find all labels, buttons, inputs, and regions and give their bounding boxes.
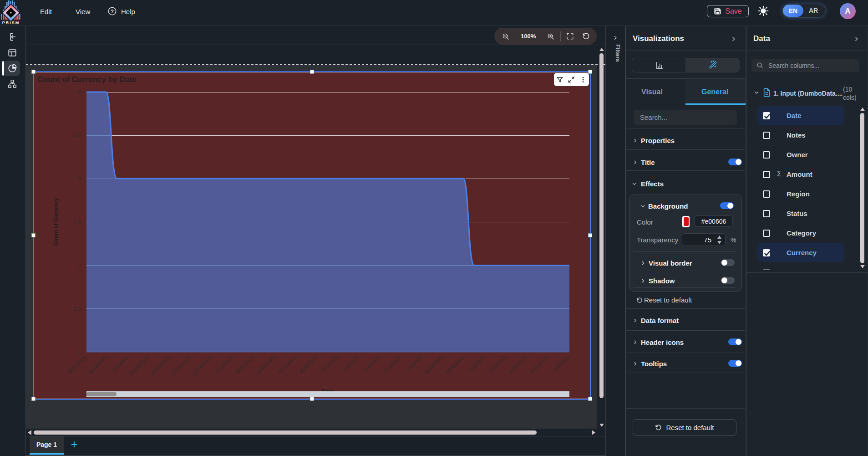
svg-text:1/6/2021: 1/6/2021 (552, 354, 570, 373)
svg-text:Count of Currency: Count of Currency (53, 198, 59, 246)
svg-text:4/10/2021: 4/10/2021 (277, 354, 297, 375)
svg-text:2/12/2022: 2/12/2022 (214, 354, 234, 375)
svg-text:12/24/2022: 12/24/2022 (191, 354, 213, 377)
svg-text:1/26/2024: 1/26/2024 (508, 354, 528, 375)
svg-text:3/21/2023: 3/21/2023 (67, 354, 87, 375)
svg-text:6/4/2022: 6/4/2022 (363, 354, 381, 373)
svg-text:2/25/2024: 2/25/2024 (235, 354, 255, 375)
svg-text:4: 4 (78, 89, 81, 95)
svg-text:12/15/2021: 12/15/2021 (170, 354, 192, 377)
svg-text:?: ? (111, 9, 114, 14)
svg-text:2.5: 2.5 (73, 219, 81, 225)
svg-text:3/30/2021: 3/30/2021 (256, 354, 276, 375)
svg-text:1.5: 1.5 (73, 306, 81, 312)
svg-text:9/24/2022: 9/24/2022 (445, 354, 465, 375)
svg-text:2: 2 (78, 262, 81, 269)
svg-text:8/13/2022: 8/13/2022 (88, 354, 108, 375)
svg-text:7/9/2024: 7/9/2024 (405, 354, 423, 373)
svg-text:1/5/2022: 1/5/2022 (111, 354, 129, 373)
svg-text:3: 3 (78, 175, 81, 182)
svg-text:10/29/2024: 10/29/2024 (128, 354, 151, 377)
svg-text:5/9/2022: 5/9/2022 (342, 354, 360, 373)
svg-text:5/1/2021: 5/1/2021 (321, 354, 339, 373)
svg-text:1/31/2021: 1/31/2021 (529, 354, 549, 375)
svg-text:Count of Currency by Date: Count of Currency by Date (37, 75, 137, 84)
svg-text:4/28/2023: 4/28/2023 (298, 354, 318, 375)
svg-text:1: 1 (78, 349, 81, 355)
svg-text:8/23/2023: 8/23/2023 (424, 354, 444, 375)
svg-text:11/16/2021: 11/16/2021 (149, 354, 171, 377)
svg-text:7/13/2021: 7/13/2021 (382, 354, 402, 375)
svg-text:1/2/2021: 1/2/2021 (468, 354, 486, 373)
svg-text:1/23/2021: 1/23/2021 (487, 354, 507, 375)
svg-text:PRISM: PRISM (2, 20, 20, 25)
svg-text:3.5: 3.5 (73, 132, 81, 138)
